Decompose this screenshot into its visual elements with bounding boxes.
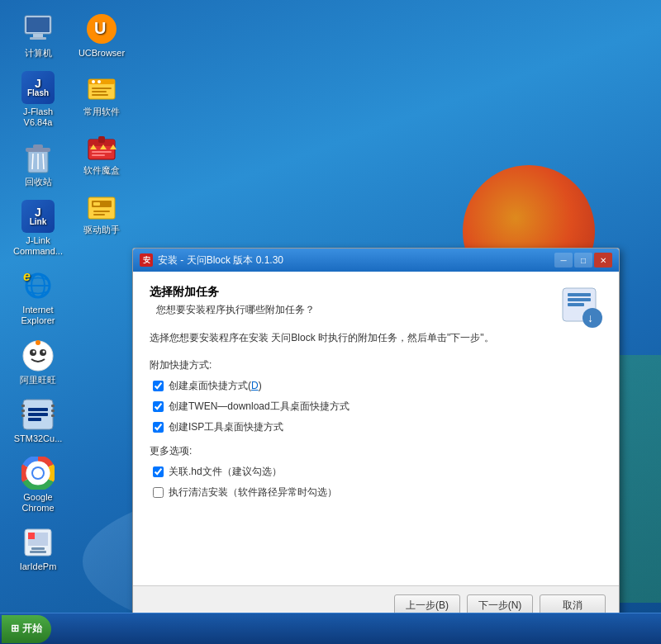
checkbox-twen-download-label[interactable]: 创建TWEN—download工具桌面快捷方式: [169, 400, 350, 414]
desktop-icon-ie[interactable]: e Internet Explorer: [8, 265, 68, 330]
svg-rect-22: [28, 413, 48, 416]
wangwang-icon-label: 阿里旺旺: [20, 375, 56, 386]
checkbox-isp[interactable]: [153, 422, 164, 433]
checkbox-twen-download[interactable]: [153, 401, 164, 412]
svg-rect-38: [30, 551, 46, 553]
svg-line-9: [43, 154, 44, 169]
svg-rect-36: [28, 533, 35, 539]
computer-icon: [21, 12, 55, 45]
svg-rect-37: [31, 547, 45, 550]
dialog-title-text: 安装 - 天问Block 版本 0.1.30: [158, 253, 554, 268]
uc-icon-label: UCBrowser: [78, 48, 125, 59]
svg-rect-50: [98, 136, 105, 143]
dialog-maximize-button[interactable]: □: [574, 253, 592, 268]
shortcut-d-underline: D: [251, 380, 259, 391]
stm32-icon-label: STM32Cu...: [14, 433, 63, 444]
chrome-icon-label2: Chrome: [21, 503, 54, 514]
checkbox-isp-label[interactable]: 创建ISP工具桌面快捷方式: [169, 420, 283, 434]
jlink-icon-label1: J-Link: [26, 235, 50, 246]
svg-text:U: U: [94, 19, 106, 37]
svg-rect-55: [92, 154, 105, 156]
computer-icon-label: 计算机: [25, 48, 52, 59]
desktop-icons-container: 计算机 J Flash J-Flash V6.84a: [8, 8, 127, 619]
svg-rect-24: [21, 405, 25, 407]
jlink-icon-label2: Command...: [13, 246, 63, 257]
desktop-icon-jlink[interactable]: J Link J-Link Command...: [8, 196, 68, 261]
dialog-installer-icon: ↓: [556, 282, 606, 331]
dialog-body: ↓ 选择附加任务 您想要安装程序执行哪些附加任务？ 选择您想要安装程序在安装 天…: [133, 272, 619, 585]
checkbox-desktop-shortcut[interactable]: [153, 381, 164, 391]
svg-rect-6: [33, 144, 43, 149]
svg-rect-3: [30, 37, 46, 40]
svg-rect-23: [28, 418, 41, 421]
svg-point-14: [23, 341, 53, 371]
desktop-icon-wangwang[interactable]: 阿里旺旺: [8, 335, 68, 390]
taskbar: ⊞ 开始: [0, 613, 661, 644]
checkbox-item-desktop-shortcut: 创建桌面快捷方式(D): [150, 379, 602, 393]
installer-dialog: 安 安装 - 天问Block 版本 0.1.30 ─ □ ✕ ↓: [132, 248, 620, 625]
desktop-icon-recycle[interactable]: 回收站: [8, 137, 68, 192]
desktop-icon-uc[interactable]: U UCBrowser: [72, 8, 131, 63]
svg-point-18: [43, 350, 45, 353]
checkbox-desktop-shortcut-label[interactable]: 创建桌面快捷方式(D): [169, 379, 262, 393]
desktop-icon-computer[interactable]: 计算机: [8, 8, 68, 63]
checkbox-clean-install[interactable]: [153, 487, 164, 498]
svg-point-43: [92, 80, 95, 83]
svg-rect-45: [92, 88, 112, 89]
svg-rect-26: [21, 414, 25, 417]
recycle-icon-label: 回收站: [25, 177, 52, 187]
driver-helper-label: 驱动助手: [83, 225, 120, 235]
jlink-icon: J Link: [21, 200, 55, 233]
dialog-titlebar: 安 安装 - 天问Block 版本 0.1.30 ─ □ ✕: [133, 249, 619, 272]
svg-rect-58: [93, 202, 100, 206]
common-icon-label: 常用软件: [83, 107, 120, 117]
checkbox-item-hd-assoc: 关联.hd文件（建议勾选）: [150, 465, 602, 479]
desktop-icon-jflash[interactable]: J Flash J-Flash V6.84a: [8, 67, 68, 132]
svg-rect-25: [21, 410, 25, 412]
checkbox-item-twen-download: 创建TWEN—download工具桌面快捷方式: [150, 400, 602, 414]
svg-rect-54: [92, 151, 112, 153]
desktop-icon-stm32[interactable]: STM32Cu...: [8, 394, 68, 448]
svg-point-19: [36, 340, 40, 345]
svg-rect-29: [51, 414, 55, 417]
checkbox-hd-assoc[interactable]: [153, 466, 164, 477]
checkbox-item-clean-install: 执行清洁安装（软件路径异常时勾选）: [150, 485, 602, 500]
desktop-icon-chrome[interactable]: Google Chrome: [8, 452, 68, 518]
svg-rect-1: [26, 17, 50, 32]
svg-rect-63: [568, 298, 591, 301]
svg-rect-47: [92, 94, 108, 96]
dialog-description: 选择您想要安装程序在安装 天问Block 时执行的附加任务，然后单击"下一步"。: [150, 330, 602, 345]
ie-icon-label1: Internet: [22, 305, 53, 315]
checkbox-clean-install-label[interactable]: 执行清洁安装（软件路径异常时勾选）: [169, 485, 337, 500]
dialog-title-icon: 安: [140, 253, 153, 267]
svg-point-17: [33, 350, 36, 353]
chrome-icon-label1: Google: [23, 492, 52, 503]
svg-rect-64: [568, 303, 584, 306]
ie-icon-label2: Explorer: [21, 315, 55, 326]
svg-text:↓: ↓: [587, 311, 593, 324]
uc-icon: U: [85, 12, 118, 45]
desktop-icon-software[interactable]: 软件魔盒: [72, 125, 131, 180]
desktop-icon-driver[interactable]: 驱动助手: [72, 185, 131, 239]
dialog-window-controls: ─ □ ✕: [554, 253, 612, 268]
dialog-minimize-button[interactable]: ─: [554, 253, 573, 268]
svg-rect-27: [51, 405, 55, 407]
svg-point-44: [97, 80, 101, 83]
svg-rect-59: [93, 211, 110, 212]
svg-rect-21: [28, 408, 48, 411]
desktop-icon-iar[interactable]: IarIdePm: [8, 522, 68, 576]
common-software-icon: [85, 71, 118, 104]
svg-point-33: [33, 468, 43, 478]
checkbox-hd-assoc-label[interactable]: 关联.hd文件（建议勾选）: [169, 465, 282, 479]
jflash-icon-label1: J-Flash: [23, 107, 53, 117]
chrome-icon: [21, 457, 55, 490]
dialog-section-sub: 您想要安装程序执行哪些附加任务？: [150, 303, 602, 317]
taskbar-start-button[interactable]: ⊞ 开始: [2, 615, 51, 643]
dialog-close-button[interactable]: ✕: [594, 253, 612, 268]
svg-rect-28: [51, 410, 55, 412]
dialog-group2-label: 更多选项:: [150, 444, 602, 458]
driver-helper-icon: [85, 189, 118, 222]
svg-rect-46: [92, 91, 107, 92]
stm32-icon: [21, 398, 55, 431]
desktop-icon-common[interactable]: 常用软件: [72, 67, 131, 121]
